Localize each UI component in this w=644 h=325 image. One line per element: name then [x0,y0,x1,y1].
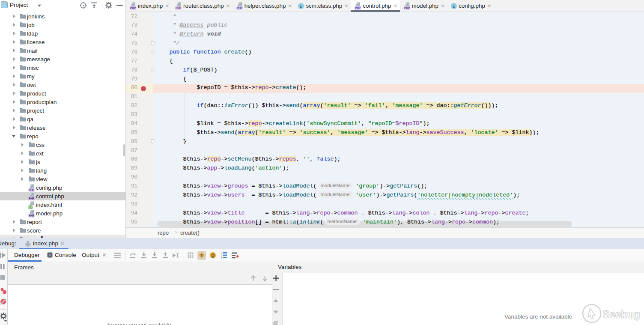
svg-text:@: @ [211,253,215,258]
svg-text:PHP: PHP [29,214,35,217]
svg-text:PHP: PHP [176,6,182,9]
svg-text:Seebug: Seebug [602,308,640,320]
svg-text:PHP: PHP [130,6,136,9]
svg-text:›: › [49,252,51,257]
svg-text:PHP: PHP [29,188,35,191]
svg-text:c: c [200,253,203,257]
svg-text:PHP: PHP [237,6,243,9]
svg-text:c: c [300,3,302,8]
svg-text:3: 3 [221,257,222,259]
svg-text:PHP: PHP [29,197,35,200]
svg-text:PHP: PHP [355,6,361,9]
svg-text:c: c [453,3,455,8]
svg-text:H: H [30,206,32,209]
svg-text:PHP: PHP [404,6,410,9]
